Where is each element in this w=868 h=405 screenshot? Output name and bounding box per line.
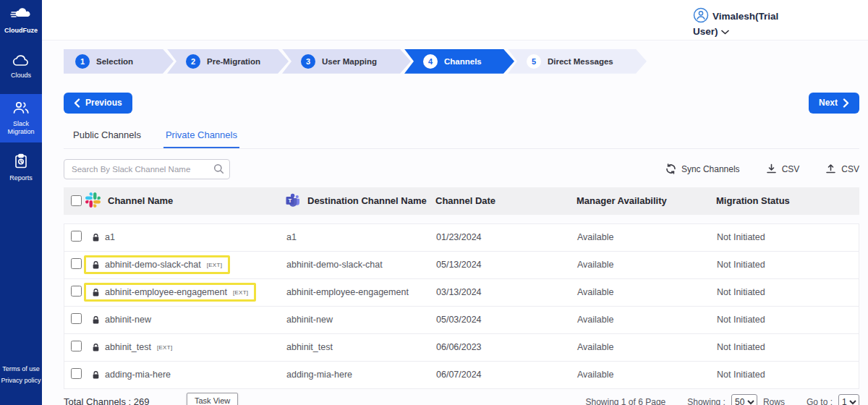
channel-name-text: abhinit-new (105, 315, 151, 325)
row-checkbox[interactable] (71, 368, 82, 379)
sidebar-item-clouds[interactable]: Clouds (0, 48, 42, 86)
sidebar-item-slack-migration[interactable]: Slack Migration (0, 94, 42, 143)
ext-tag: [EXT] (233, 289, 249, 296)
sync-channels-label: Sync Channels (681, 164, 740, 174)
channel-name: abhinit-new (84, 310, 159, 329)
row-checkbox[interactable] (71, 231, 82, 242)
destination-channel-name: abhinit-new (286, 315, 436, 325)
app-window: CloudFuze Clouds Slack Migration (0, 0, 868, 405)
top-header: Vimalesh(Trial User) (42, 0, 868, 40)
channel-name: a1 (84, 228, 123, 247)
step-label: Pre-Migration (207, 57, 260, 66)
channel-date: 05/13/2024 (436, 260, 577, 270)
table-row: abhinit-newabhinit-new05/03/2024Availabl… (64, 307, 859, 334)
channel-name: adding-mia-here (84, 365, 179, 384)
table-row: adding-mia-hereadding-mia-here06/07/2024… (64, 362, 859, 389)
channel-name-highlighted: abhinit-demo-slack-chat[EXT] (84, 255, 230, 274)
sidebar-item-label: Slack Migration (2, 120, 40, 137)
nav-buttons-row: Previous Next (64, 93, 859, 114)
sidebar: CloudFuze Clouds Slack Migration (0, 0, 42, 405)
channel-name-text: abhinit-demo-slack-chat (105, 260, 201, 270)
migration-status: Not Initiated (717, 370, 859, 380)
task-view-tooltip[interactable]: Task View (187, 393, 238, 405)
migration-status: Not Initiated (717, 232, 859, 242)
step-label: Channels (444, 57, 482, 66)
table-toolbar: Sync Channels CSV CSV (64, 159, 859, 179)
stepper-step-channels[interactable]: 4Channels (404, 49, 514, 74)
user-menu[interactable]: Vimalesh(Trial User) (693, 7, 781, 40)
stepper-step-user-mapping[interactable]: 3User Mapping (282, 49, 411, 74)
destination-channel-name: a1 (286, 232, 436, 242)
col-destination-channel-name: Destination Channel Name (307, 195, 427, 206)
stepper-step-pre-migration[interactable]: 2Pre-Migration (167, 49, 289, 74)
search-icon[interactable] (213, 163, 224, 177)
destination-channel-name: adding-mia-here (286, 370, 436, 380)
stepper-step-selection[interactable]: 1Selection (64, 49, 174, 74)
sidebar-item-reports[interactable]: Reports (0, 147, 42, 189)
row-checkbox[interactable] (71, 286, 82, 297)
step-label: User Mapping (322, 57, 377, 66)
cloudfuze-logo[interactable]: CloudFuze (0, 0, 42, 39)
csv-download-label: CSV (782, 164, 800, 174)
chevron-down-icon (720, 29, 730, 35)
manager-availability: Available (577, 315, 717, 325)
search-input[interactable] (64, 159, 230, 179)
step-number: 2 (186, 54, 200, 69)
destination-channel-name: abhinit-demo-slack-chat (286, 260, 436, 270)
csv-download-button[interactable]: CSV (766, 163, 800, 174)
manager-availability: Available (577, 232, 717, 242)
step-number: 1 (75, 54, 90, 69)
next-button-label: Next (819, 98, 838, 108)
col-manager-availability: Manager Availability (576, 195, 716, 206)
download-icon (766, 163, 777, 174)
row-checkbox[interactable] (71, 341, 82, 351)
col-migration-status: Migration Status (716, 195, 859, 206)
col-channel-date: Channel Date (435, 195, 576, 206)
rows-per-page-select[interactable]: 50 (731, 394, 757, 405)
select-all-checkbox[interactable] (71, 195, 82, 206)
sync-icon (665, 163, 676, 174)
tab-public-channels[interactable]: Public Channels (71, 124, 143, 148)
step-label: Direct Messages (548, 57, 613, 66)
pagination: Showing 1 of 6 Page Showing : 50 Rows Go… (586, 394, 860, 405)
sidebar-item-label: Reports (9, 174, 33, 182)
ext-tag: [EXT] (157, 344, 173, 351)
tab-private-channels[interactable]: Private Channels (163, 124, 239, 148)
sidebar-footer-links: Terms of use Privacy policy (0, 364, 42, 386)
channel-name-text: abhinit_test (105, 342, 151, 352)
showing-label: Showing : (687, 397, 726, 405)
channel-name: abhinit_test[EXT] (84, 338, 180, 357)
toolbar-actions: Sync Channels CSV CSV (665, 163, 859, 174)
chevron-left-icon (74, 98, 80, 108)
chevron-right-icon (843, 98, 849, 108)
sync-channels-button[interactable]: Sync Channels (665, 163, 740, 174)
page-info: Showing 1 of 6 Page (586, 397, 666, 405)
manager-availability: Available (577, 342, 717, 352)
lock-icon (92, 260, 100, 270)
total-channels: Total Channels : 269 (64, 396, 150, 405)
migration-status: Not Initiated (717, 260, 859, 270)
sidebar-item-label: Clouds (11, 72, 31, 80)
step-label: Selection (96, 57, 133, 66)
table-row: a1a101/23/2024AvailableNot Initiated (64, 224, 859, 252)
privacy-policy-link[interactable]: Privacy policy (0, 375, 42, 386)
slack-icon (85, 192, 101, 210)
goto-page-select[interactable]: 1 (838, 394, 859, 405)
stepper-step-direct-messages[interactable]: 5Direct Messages (508, 49, 647, 74)
next-button[interactable]: Next (809, 93, 859, 114)
svg-text:T: T (288, 197, 292, 204)
terms-of-use-link[interactable]: Terms of use (0, 364, 42, 375)
channel-name-text: abhinit-employee-engagement (105, 287, 227, 297)
previous-button-label: Previous (85, 98, 122, 108)
step-number: 5 (527, 54, 541, 69)
teams-icon: T (286, 193, 300, 209)
previous-button[interactable]: Previous (64, 93, 132, 114)
row-checkbox[interactable] (71, 313, 82, 324)
manager-availability: Available (577, 287, 717, 297)
row-checkbox[interactable] (71, 258, 82, 269)
table-body: a1a101/23/2024AvailableNot Initiatedabhi… (64, 223, 859, 389)
cloudfuze-logo-icon (10, 7, 32, 25)
csv-upload-button[interactable]: CSV (825, 163, 859, 174)
channel-date: 06/07/2024 (436, 370, 577, 380)
channel-name-text: a1 (105, 232, 115, 242)
